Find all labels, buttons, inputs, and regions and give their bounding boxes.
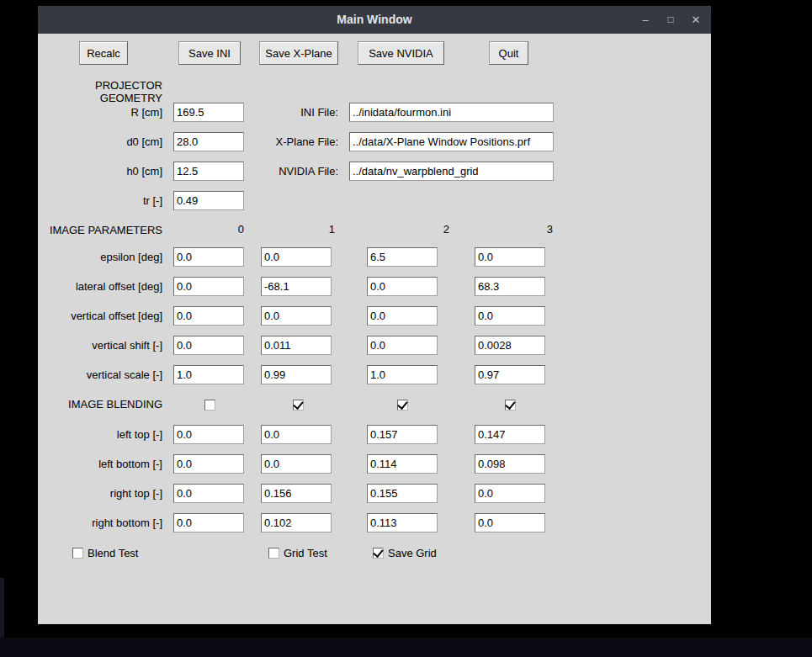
- column-header-3: 3: [502, 224, 553, 236]
- field-label-tr: tr [-]: [42, 191, 162, 210]
- r-field[interactable]: [173, 103, 244, 122]
- right-top-field-0[interactable]: [173, 484, 244, 503]
- window-title: Main Window: [38, 6, 711, 34]
- blending-checkbox-1[interactable]: [293, 400, 304, 411]
- main-window: Main Window – □ ✕ Recalc Save INI Save X…: [38, 6, 711, 624]
- minimize-icon[interactable]: –: [635, 9, 655, 30]
- epsilon-field-3[interactable]: [475, 247, 545, 267]
- grid-test-checkbox[interactable]: [268, 548, 279, 559]
- field-label-xplane-file: X-Plane File:: [244, 132, 338, 151]
- grid-test-label: Grid Test: [284, 547, 327, 560]
- field-label-vertical-scale: vertical scale [-]: [42, 365, 162, 384]
- column-header-0: 0: [194, 224, 244, 236]
- ini-file-field[interactable]: [349, 103, 554, 122]
- save-grid-checkbox[interactable]: [373, 548, 384, 559]
- left-bottom-field-0[interactable]: [173, 454, 244, 474]
- field-label-right-bottom: right bottom [-]: [42, 513, 162, 532]
- background-accent-bottom: [0, 638, 812, 657]
- section-title-image-parameters: IMAGE PARAMETERS: [42, 224, 162, 236]
- lateral-offset-field-1[interactable]: [261, 277, 332, 296]
- field-label-left-bottom: left bottom [-]: [42, 454, 162, 474]
- column-header-1: 1: [284, 224, 335, 236]
- vertical-shift-field-2[interactable]: [367, 336, 438, 355]
- column-header-2: 2: [399, 224, 449, 236]
- vertical-offset-field-2[interactable]: [367, 306, 438, 326]
- vertical-shift-field-3[interactable]: [475, 336, 545, 355]
- right-top-field-1[interactable]: [261, 484, 332, 503]
- left-top-field-2[interactable]: [367, 425, 438, 444]
- left-top-field-3[interactable]: [475, 425, 545, 444]
- field-label-nvidia-file: NVIDIA File:: [244, 162, 338, 181]
- right-top-field-3[interactable]: [475, 484, 545, 503]
- blend-test-checkbox[interactable]: [72, 548, 83, 559]
- vertical-offset-field-0[interactable]: [173, 306, 244, 326]
- field-label-lateral-offset: lateral offset [deg]: [42, 277, 162, 296]
- vertical-shift-field-1[interactable]: [261, 336, 332, 355]
- nvidia-file-field[interactable]: [349, 162, 554, 181]
- lateral-offset-field-0[interactable]: [173, 277, 244, 296]
- xplane-file-field[interactable]: [349, 132, 554, 151]
- field-label-vertical-offset: vertical offset [deg]: [42, 306, 162, 326]
- vertical-shift-field-0[interactable]: [173, 336, 244, 355]
- section-title-projector-geometry: PROJECTOR GEOMETRY: [42, 79, 162, 92]
- vertical-scale-field-0[interactable]: [173, 365, 244, 384]
- field-label-h0: h0 [cm]: [42, 162, 162, 181]
- epsilon-field-0[interactable]: [173, 247, 244, 267]
- right-bottom-field-2[interactable]: [367, 513, 438, 532]
- recalc-button[interactable]: Recalc: [79, 41, 128, 65]
- vertical-scale-field-2[interactable]: [367, 365, 438, 384]
- field-label-vertical-shift: vertical shift [-]: [42, 336, 162, 355]
- field-label-r: R [cm]: [42, 103, 162, 122]
- field-label-right-top: right top [-]: [42, 484, 162, 503]
- right-top-field-2[interactable]: [367, 484, 438, 503]
- field-label-epsilon: epsilon [deg]: [42, 247, 162, 267]
- d0-field[interactable]: [173, 132, 244, 151]
- save-grid-label: Save Grid: [388, 547, 437, 560]
- right-bottom-field-0[interactable]: [173, 513, 244, 532]
- maximize-icon[interactable]: □: [661, 9, 681, 30]
- tr-field[interactable]: [173, 191, 244, 210]
- h0-field[interactable]: [173, 162, 244, 181]
- left-bottom-field-1[interactable]: [261, 454, 332, 474]
- left-bottom-field-3[interactable]: [475, 454, 545, 474]
- vertical-scale-field-1[interactable]: [261, 365, 332, 384]
- lateral-offset-field-2[interactable]: [367, 277, 438, 296]
- right-bottom-field-3[interactable]: [475, 513, 545, 532]
- left-top-field-0[interactable]: [173, 425, 244, 444]
- field-label-left-top: left top [-]: [42, 425, 162, 444]
- epsilon-field-1[interactable]: [261, 247, 332, 267]
- vertical-offset-field-1[interactable]: [261, 306, 332, 326]
- blending-checkbox-3[interactable]: [505, 400, 516, 411]
- desktop-background: Main Window – □ ✕ Recalc Save INI Save X…: [0, 0, 812, 657]
- save-ini-button[interactable]: Save INI: [178, 41, 241, 65]
- quit-button[interactable]: Quit: [489, 41, 528, 65]
- vertical-scale-field-3[interactable]: [475, 365, 545, 384]
- blending-checkbox-0[interactable]: [204, 400, 215, 411]
- blend-test-label: Blend Test: [88, 547, 138, 560]
- left-bottom-field-2[interactable]: [367, 454, 438, 474]
- left-top-field-1[interactable]: [261, 425, 332, 444]
- lateral-offset-field-3[interactable]: [475, 277, 545, 296]
- field-label-ini-file: INI File:: [244, 103, 338, 122]
- section-title-image-blending: IMAGE BLENDING: [42, 398, 162, 411]
- titlebar[interactable]: Main Window – □ ✕: [38, 6, 711, 34]
- field-label-d0: d0 [cm]: [42, 132, 162, 151]
- blending-checkbox-2[interactable]: [397, 400, 408, 411]
- epsilon-field-2[interactable]: [367, 247, 438, 267]
- right-bottom-field-1[interactable]: [261, 513, 332, 532]
- save-nvidia-button[interactable]: Save NVIDIA: [358, 41, 444, 65]
- close-icon[interactable]: ✕: [686, 9, 706, 30]
- save-xplane-button[interactable]: Save X-Plane: [259, 41, 338, 65]
- vertical-offset-field-3[interactable]: [475, 306, 545, 326]
